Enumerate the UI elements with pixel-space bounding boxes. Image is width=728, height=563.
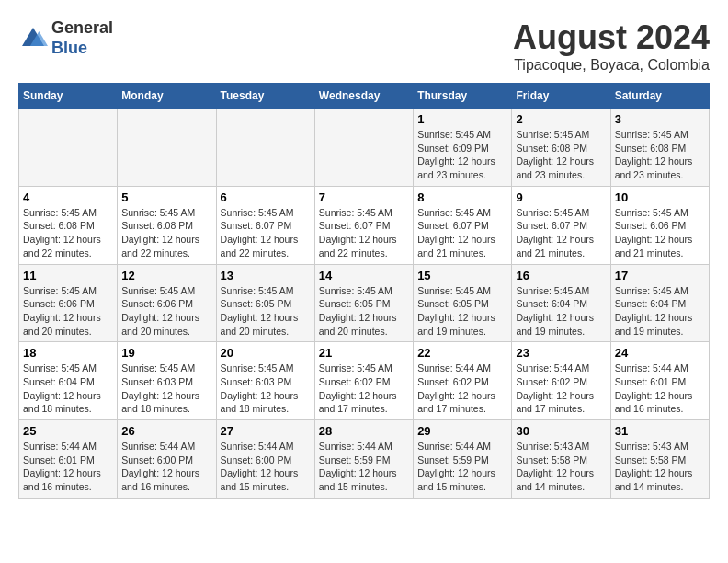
logo: General Blue: [18, 18, 113, 58]
calendar-cell: 23 Sunrise: 5:44 AM Sunset: 6:02 PM Dayl…: [512, 342, 610, 420]
day-number: 3: [615, 112, 705, 126]
calendar-cell: 22 Sunrise: 5:44 AM Sunset: 6:02 PM Dayl…: [414, 342, 512, 420]
day-number: 14: [319, 269, 409, 282]
calendar-cell: 11 Sunrise: 5:45 AM Sunset: 6:06 PM Dayl…: [19, 264, 118, 342]
calendar-cell: 14 Sunrise: 5:45 AM Sunset: 6:05 PM Dayl…: [314, 264, 413, 342]
day-number: 21: [319, 346, 409, 360]
calendar-cell: [314, 109, 413, 187]
day-number: 16: [516, 269, 606, 282]
day-detail: Sunrise: 5:45 AM Sunset: 6:03 PM Dayligh…: [121, 362, 211, 416]
calendar-cell: 21 Sunrise: 5:45 AM Sunset: 6:02 PM Dayl…: [314, 342, 413, 420]
day-detail: Sunrise: 5:45 AM Sunset: 6:08 PM Dayligh…: [121, 206, 211, 260]
day-number: 28: [319, 424, 409, 438]
day-detail: Sunrise: 5:45 AM Sunset: 6:04 PM Dayligh…: [23, 362, 113, 416]
day-detail: Sunrise: 5:45 AM Sunset: 6:04 PM Dayligh…: [516, 284, 606, 339]
day-number: 5: [121, 190, 211, 204]
day-detail: Sunrise: 5:45 AM Sunset: 6:06 PM Dayligh…: [121, 284, 211, 339]
day-detail: Sunrise: 5:45 AM Sunset: 6:06 PM Dayligh…: [615, 206, 705, 260]
day-number: 22: [417, 346, 507, 360]
weekday-header: Sunday: [19, 84, 118, 109]
calendar-cell: 18 Sunrise: 5:45 AM Sunset: 6:04 PM Dayl…: [19, 342, 118, 420]
day-number: 27: [221, 424, 311, 438]
day-number: 6: [221, 190, 311, 204]
day-detail: Sunrise: 5:44 AM Sunset: 5:59 PM Dayligh…: [319, 440, 409, 494]
day-detail: Sunrise: 5:44 AM Sunset: 6:02 PM Dayligh…: [417, 362, 507, 416]
day-number: 20: [221, 346, 311, 360]
day-number: 25: [23, 424, 113, 438]
calendar-cell: 25 Sunrise: 5:44 AM Sunset: 6:01 PM Dayl…: [19, 420, 118, 499]
day-number: 30: [516, 424, 606, 438]
calendar-week-row: 18 Sunrise: 5:45 AM Sunset: 6:04 PM Dayl…: [19, 342, 710, 420]
day-detail: Sunrise: 5:45 AM Sunset: 6:02 PM Dayligh…: [319, 362, 409, 416]
calendar-cell: 8 Sunrise: 5:45 AM Sunset: 6:07 PM Dayli…: [414, 186, 512, 264]
calendar-week-row: 4 Sunrise: 5:45 AM Sunset: 6:08 PM Dayli…: [19, 186, 710, 264]
day-detail: Sunrise: 5:45 AM Sunset: 6:08 PM Dayligh…: [615, 128, 705, 182]
calendar-cell: 4 Sunrise: 5:45 AM Sunset: 6:08 PM Dayli…: [19, 186, 118, 264]
calendar-cell: 3 Sunrise: 5:45 AM Sunset: 6:08 PM Dayli…: [610, 109, 709, 187]
day-number: 7: [319, 190, 409, 204]
weekday-header: Saturday: [610, 84, 709, 109]
day-detail: Sunrise: 5:45 AM Sunset: 6:06 PM Dayligh…: [23, 284, 113, 339]
day-detail: Sunrise: 5:44 AM Sunset: 6:01 PM Dayligh…: [615, 362, 705, 416]
day-detail: Sunrise: 5:45 AM Sunset: 6:08 PM Dayligh…: [516, 128, 606, 182]
calendar-cell: 13 Sunrise: 5:45 AM Sunset: 6:05 PM Dayl…: [216, 264, 314, 342]
day-number: 29: [417, 424, 507, 438]
day-number: 9: [516, 190, 606, 204]
calendar-cell: 28 Sunrise: 5:44 AM Sunset: 5:59 PM Dayl…: [314, 420, 413, 499]
day-number: 12: [121, 269, 211, 282]
day-number: 24: [615, 346, 705, 360]
page-title: August 2024: [513, 18, 710, 57]
calendar-cell: 30 Sunrise: 5:43 AM Sunset: 5:58 PM Dayl…: [512, 420, 610, 499]
calendar-cell: 12 Sunrise: 5:45 AM Sunset: 6:06 PM Dayl…: [118, 264, 216, 342]
day-detail: Sunrise: 5:44 AM Sunset: 6:00 PM Dayligh…: [121, 440, 211, 494]
day-detail: Sunrise: 5:45 AM Sunset: 6:05 PM Dayligh…: [319, 284, 409, 339]
weekday-header: Friday: [512, 84, 610, 109]
page-header: General Blue August 2024 Tipacoque, Boya…: [18, 18, 710, 74]
calendar-cell: 27 Sunrise: 5:44 AM Sunset: 6:00 PM Dayl…: [216, 420, 314, 499]
calendar-cell: 26 Sunrise: 5:44 AM Sunset: 6:00 PM Dayl…: [118, 420, 216, 499]
calendar-cell: 9 Sunrise: 5:45 AM Sunset: 6:07 PM Dayli…: [512, 186, 610, 264]
day-number: 13: [221, 269, 311, 282]
day-number: 15: [417, 269, 507, 282]
day-number: 11: [23, 269, 113, 282]
day-number: 18: [23, 346, 113, 360]
calendar-cell: 17 Sunrise: 5:45 AM Sunset: 6:04 PM Dayl…: [610, 264, 709, 342]
calendar-cell: [118, 109, 216, 187]
day-number: 19: [121, 346, 211, 360]
day-detail: Sunrise: 5:45 AM Sunset: 6:04 PM Dayligh…: [615, 284, 705, 339]
day-detail: Sunrise: 5:43 AM Sunset: 5:58 PM Dayligh…: [615, 440, 705, 494]
calendar-cell: 29 Sunrise: 5:44 AM Sunset: 5:59 PM Dayl…: [414, 420, 512, 499]
day-detail: Sunrise: 5:45 AM Sunset: 6:07 PM Dayligh…: [516, 206, 606, 260]
logo-blue-text: Blue: [51, 39, 87, 57]
day-number: 8: [417, 190, 507, 204]
weekday-header: Tuesday: [216, 84, 314, 109]
calendar-cell: [216, 109, 314, 187]
day-detail: Sunrise: 5:44 AM Sunset: 6:01 PM Dayligh…: [23, 440, 113, 494]
logo-icon: [18, 24, 48, 53]
page-subtitle: Tipacoque, Boyaca, Colombia: [513, 57, 710, 74]
day-detail: Sunrise: 5:45 AM Sunset: 6:05 PM Dayligh…: [221, 284, 311, 339]
day-number: 17: [615, 269, 705, 282]
day-number: 10: [615, 190, 705, 204]
day-number: 1: [417, 112, 507, 126]
calendar-table: SundayMondayTuesdayWednesdayThursdayFrid…: [18, 83, 710, 499]
day-detail: Sunrise: 5:45 AM Sunset: 6:08 PM Dayligh…: [23, 206, 113, 260]
day-number: 23: [516, 346, 606, 360]
day-detail: Sunrise: 5:44 AM Sunset: 6:00 PM Dayligh…: [221, 440, 311, 494]
calendar-cell: 31 Sunrise: 5:43 AM Sunset: 5:58 PM Dayl…: [610, 420, 709, 499]
weekday-header: Thursday: [414, 84, 512, 109]
day-detail: Sunrise: 5:45 AM Sunset: 6:07 PM Dayligh…: [221, 206, 311, 260]
day-number: 4: [23, 190, 113, 204]
day-detail: Sunrise: 5:43 AM Sunset: 5:58 PM Dayligh…: [516, 440, 606, 494]
calendar-cell: 7 Sunrise: 5:45 AM Sunset: 6:07 PM Dayli…: [314, 186, 413, 264]
calendar-cell: 5 Sunrise: 5:45 AM Sunset: 6:08 PM Dayli…: [118, 186, 216, 264]
day-number: 26: [121, 424, 211, 438]
calendar-cell: 16 Sunrise: 5:45 AM Sunset: 6:04 PM Dayl…: [512, 264, 610, 342]
calendar-week-row: 11 Sunrise: 5:45 AM Sunset: 6:06 PM Dayl…: [19, 264, 710, 342]
logo-general-text: General: [51, 18, 113, 37]
calendar-cell: [19, 109, 118, 187]
calendar-cell: 15 Sunrise: 5:45 AM Sunset: 6:05 PM Dayl…: [414, 264, 512, 342]
calendar-cell: 10 Sunrise: 5:45 AM Sunset: 6:06 PM Dayl…: [610, 186, 709, 264]
title-block: August 2024 Tipacoque, Boyaca, Colombia: [513, 18, 710, 74]
day-number: 31: [615, 424, 705, 438]
